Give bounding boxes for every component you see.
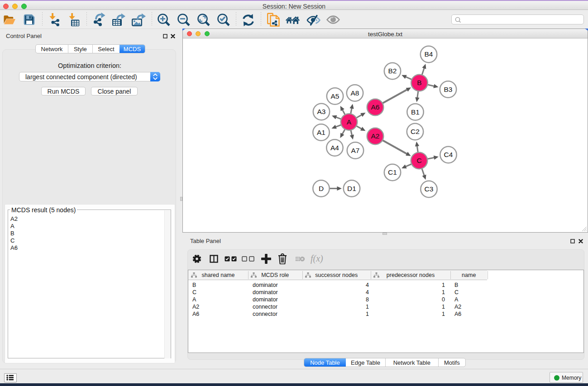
svg-text:A5: A5	[331, 92, 339, 100]
svg-text:D1: D1	[347, 185, 356, 192]
svg-text:C: C	[416, 157, 421, 164]
svg-text:C1: C1	[388, 168, 397, 176]
svg-text:C3: C3	[425, 185, 434, 193]
svg-text:A4: A4	[330, 144, 339, 152]
svg-text:B2: B2	[388, 67, 397, 75]
svg-text:A2: A2	[371, 132, 380, 140]
svg-text:B1: B1	[411, 108, 420, 116]
svg-text:C2: C2	[411, 128, 420, 135]
svg-text:A1: A1	[317, 129, 325, 136]
svg-text:A7: A7	[351, 147, 360, 154]
svg-text:A3: A3	[317, 108, 326, 115]
svg-text:C4: C4	[444, 151, 453, 158]
svg-text:A8: A8	[351, 89, 359, 97]
svg-text:B4: B4	[425, 50, 433, 58]
svg-text:D: D	[319, 185, 324, 192]
svg-text:B3: B3	[444, 86, 453, 93]
svg-text:A6: A6	[371, 103, 380, 111]
svg-text:A: A	[347, 118, 352, 126]
svg-text:B: B	[417, 79, 421, 86]
